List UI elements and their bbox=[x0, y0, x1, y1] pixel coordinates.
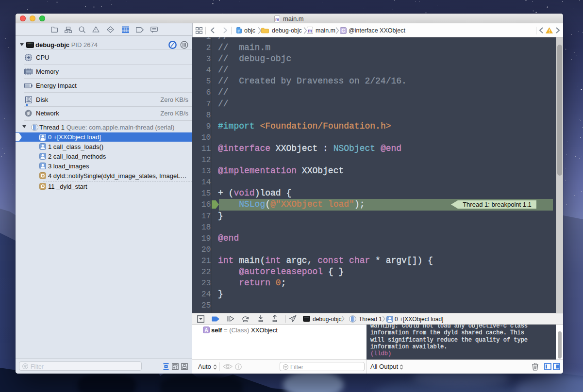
svg-text:C: C bbox=[341, 28, 345, 33]
svg-text:m: m bbox=[308, 28, 312, 33]
svg-text:A: A bbox=[204, 327, 208, 333]
svg-text:m: m bbox=[275, 16, 279, 21]
